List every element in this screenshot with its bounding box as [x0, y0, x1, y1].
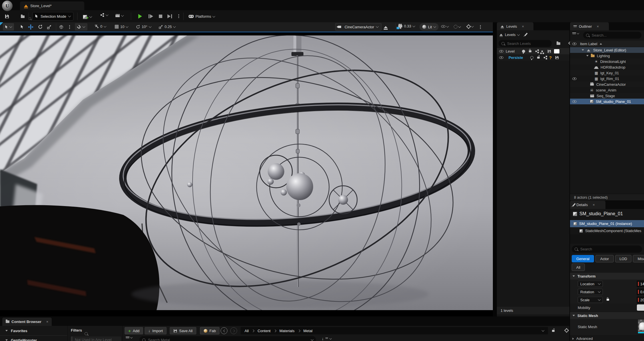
scale-lock-icon[interactable] — [607, 299, 609, 301]
filter-chip-all[interactable]: All — [572, 264, 585, 271]
outliner-row-lgt-key[interactable]: ▦ lgt_Key_01 — [570, 70, 644, 76]
persistent-level-row[interactable]: Persiste ? — [497, 54, 569, 61]
scale-dropdown[interactable]: Scale — [578, 297, 603, 303]
outliner-row-hdribackdrop[interactable]: HDRIBackdrop — [570, 64, 644, 70]
select-tool-icon[interactable] — [21, 25, 24, 29]
blueprint-icon[interactable] — [544, 57, 545, 58]
levels-dropdown[interactable]: Levels — [499, 33, 519, 37]
forward-button[interactable] — [230, 327, 237, 334]
asset-search-input[interactable] — [147, 338, 309, 341]
viewport-settings-dropdown[interactable] — [467, 25, 473, 28]
save-icon[interactable] — [5, 15, 9, 18]
expand-caret-icon[interactable] — [586, 55, 589, 57]
static-mesh-thumbnail[interactable] — [638, 320, 644, 333]
content-settings-icon[interactable] — [565, 329, 568, 332]
eye-icon[interactable] — [499, 56, 503, 59]
unlock-icon[interactable] — [537, 57, 540, 59]
sort-dropdown[interactable]: ↓ — [322, 337, 331, 341]
view-mode-dropdown[interactable]: Lit — [419, 23, 439, 31]
play-options-icon[interactable] — [178, 16, 179, 17]
outliner-row-sm-studio-plane[interactable]: SM_studio_Plane_01 — [570, 99, 644, 104]
scale-tool-icon[interactable] — [47, 25, 51, 29]
fab-button[interactable]: Fab — [200, 327, 219, 334]
close-icon[interactable]: × — [593, 203, 595, 207]
filter-chip-actor[interactable]: Actor — [595, 255, 614, 262]
outliner-search-input[interactable] — [591, 33, 639, 38]
camera-speed-control[interactable]: 0.33 — [398, 24, 415, 28]
rotate-tool-icon[interactable] — [38, 25, 43, 29]
location-dropdown[interactable]: Location — [578, 281, 603, 287]
outliner-row-cinecamera[interactable]: CineCameraActor — [570, 81, 644, 87]
outliner-row-lighting[interactable]: Lighting — [570, 53, 644, 59]
outliner-filter-dropdown[interactable] — [572, 33, 579, 34]
viewport-more-icon[interactable] — [480, 27, 481, 27]
browse-content-icon[interactable] — [21, 15, 25, 18]
favorites-item-gentlemonster[interactable]: GentleMonster — [0, 336, 67, 341]
perspective-dropdown[interactable] — [441, 25, 449, 28]
breadcrumb-item[interactable]: Content — [257, 329, 271, 333]
close-icon[interactable]: × — [522, 24, 524, 29]
grid-snap-control[interactable]: 10 — [115, 25, 128, 29]
chevron-down-icon[interactable] — [542, 329, 545, 332]
add-button[interactable]: + Add — [125, 327, 143, 334]
color-swatch[interactable] — [554, 49, 559, 53]
transform-options-icon[interactable] — [69, 27, 70, 27]
eye-icon[interactable] — [499, 50, 503, 53]
blueprints-dropdown[interactable] — [101, 14, 108, 16]
expand-caret-icon[interactable] — [582, 49, 584, 51]
rotation-x-field[interactable]: 0.0 — [637, 289, 644, 295]
viewport-scene[interactable] — [0, 35, 493, 310]
levels-search[interactable] — [499, 40, 552, 47]
outliner-row-store-level[interactable]: Store_Level (Editor) — [570, 47, 644, 53]
eject-pilot-icon[interactable] — [384, 26, 388, 28]
selection-mode-dropdown[interactable]: Selection Mode — [32, 12, 73, 21]
move-tool-icon[interactable] — [28, 24, 33, 30]
add-actor-dropdown[interactable]: + — [83, 14, 92, 20]
eye-icon[interactable] — [572, 100, 577, 103]
play-from-here-button[interactable] — [167, 14, 172, 18]
mobility-segmented-control[interactable] — [637, 304, 644, 311]
breadcrumb-item[interactable]: Materials — [279, 329, 295, 333]
frame-skip-button[interactable] — [149, 14, 153, 18]
filter-chip-general[interactable]: General — [572, 255, 594, 262]
import-button[interactable]: ↓ Import — [145, 327, 167, 334]
back-button[interactable] — [221, 327, 227, 334]
outliner-row-lgt-rim[interactable]: ▦ lgt_Rim_01 — [570, 76, 644, 81]
rotation-snap-control[interactable]: 10° — [136, 25, 151, 29]
outliner-header-row[interactable]: Item Label — [570, 41, 644, 47]
details-search[interactable] — [572, 246, 642, 253]
component-row[interactable]: StaticMeshComponent (StaticMes — [570, 227, 644, 234]
rotation-dropdown[interactable]: Rotation — [578, 289, 603, 295]
outliner-tab[interactable]: Outliner × — [570, 22, 609, 30]
viewport-options-dropdown[interactable] — [3, 23, 14, 31]
cinematics-dropdown[interactable] — [115, 14, 123, 17]
save-level-icon[interactable] — [555, 56, 559, 59]
play-button[interactable] — [138, 14, 142, 19]
static-mesh-section-header[interactable]: Static Mesh — [570, 312, 644, 319]
edit-levels-icon[interactable] — [524, 33, 527, 36]
eye-icon[interactable] — [572, 77, 577, 80]
breadcrumb-item[interactable]: Metal — [303, 329, 313, 333]
details-search-input[interactable] — [580, 247, 639, 252]
outliner-row-directionallight[interactable]: ☀ DirectionalLight — [570, 59, 644, 64]
save-all-button[interactable]: Save All — [170, 327, 196, 334]
world-space-icon[interactable] — [59, 25, 63, 29]
scale-snap-control[interactable]: 0.25 — [159, 25, 175, 29]
advanced-row[interactable]: Advanced — [570, 336, 644, 341]
levels-tab[interactable]: Levels × — [497, 22, 533, 30]
breadcrumb-bar[interactable]: All Content Materials Metal — [241, 327, 548, 334]
unreal-logo[interactable]: U — [2, 1, 13, 11]
outliner-search[interactable] — [583, 32, 641, 39]
new-folder-icon[interactable] — [557, 42, 560, 45]
camera-actor-dropdown[interactable]: CineCameraActor — [335, 23, 381, 31]
close-icon[interactable]: × — [597, 24, 599, 29]
asset-search[interactable] — [139, 336, 316, 341]
show-flags-dropdown[interactable] — [454, 25, 461, 29]
surface-snap-control[interactable]: 0 — [94, 24, 106, 29]
filter-chip-lod[interactable]: LOD — [615, 255, 631, 262]
close-icon[interactable]: × — [46, 320, 49, 324]
details-tab[interactable]: Details × — [570, 201, 605, 209]
breadcrumb-item[interactable]: All — [245, 329, 249, 333]
outliner-row-seq-stage[interactable]: Seq_Stage — [570, 93, 644, 99]
asset-filter-dropdown[interactable] — [126, 337, 132, 338]
